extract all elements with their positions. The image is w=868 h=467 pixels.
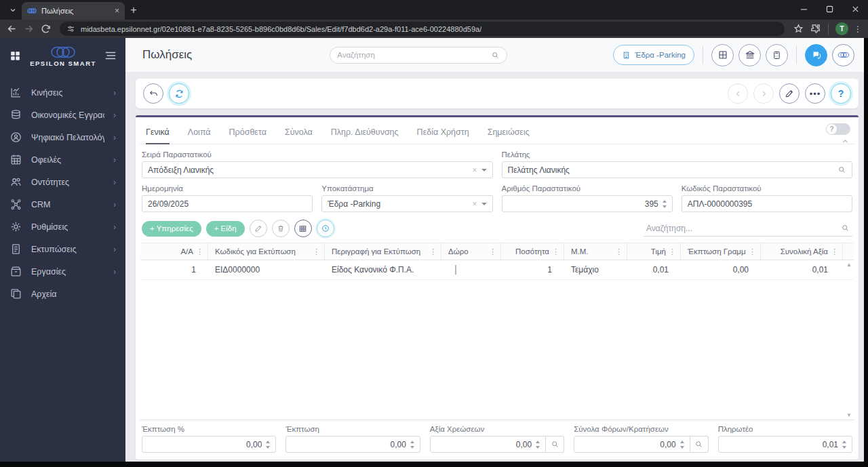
- tab-prostheta[interactable]: Πρόσθετα: [229, 127, 267, 144]
- site-settings-icon[interactable]: [66, 24, 75, 33]
- column-menu-icon[interactable]: ⋮: [429, 247, 437, 256]
- help-button[interactable]: ?: [831, 83, 851, 104]
- taxes-stepper[interactable]: 0,00: [574, 436, 690, 453]
- chat-button[interactable]: [805, 44, 827, 66]
- sidebar-item-ofeiles[interactable]: Οφειλές ›: [0, 148, 125, 171]
- history-button[interactable]: [317, 220, 334, 237]
- edit-button[interactable]: [779, 83, 800, 104]
- branch-selector-button[interactable]: Έδρα -Parking: [613, 45, 694, 65]
- clear-icon[interactable]: ×: [472, 166, 477, 174]
- column-menu-icon[interactable]: ⋮: [615, 247, 623, 256]
- delete-line-button[interactable]: [272, 220, 290, 237]
- profile-avatar[interactable]: T: [835, 22, 848, 35]
- sidebar-item-crm[interactable]: CRM ›: [0, 193, 125, 216]
- column-header-aa[interactable]: Α/Α⋮: [140, 243, 208, 260]
- column-header-unit[interactable]: Μ.Μ.⋮: [564, 243, 627, 260]
- apps-grid-icon[interactable]: [9, 49, 22, 62]
- bookmark-star-icon[interactable]: [793, 23, 804, 35]
- tab-close-icon[interactable]: ×: [115, 7, 119, 15]
- spinner[interactable]: [536, 441, 540, 449]
- column-header-gift[interactable]: Δώρο⋮: [441, 243, 501, 260]
- window-restore-button[interactable]: [816, 0, 842, 18]
- new-tab-button[interactable]: +: [125, 1, 142, 19]
- company-button[interactable]: [738, 44, 761, 66]
- sidebar-item-psifiako-pelatologio[interactable]: Ψηφιακό Πελατολόγιο ›: [0, 126, 125, 148]
- sidebar-item-rythmiseis[interactable]: Ρυθμίσεις ›: [0, 216, 125, 238]
- spinner[interactable]: [266, 441, 270, 449]
- column-menu-icon[interactable]: ⋮: [749, 247, 756, 256]
- browser-tab[interactable]: Πωλήσεις ×: [22, 2, 125, 20]
- browser-reload-button[interactable]: [40, 23, 52, 35]
- epsilon-account-button[interactable]: [832, 44, 854, 66]
- search-icon[interactable]: [841, 224, 850, 232]
- menu-toggle-icon[interactable]: [104, 51, 117, 60]
- tab-synola[interactable]: Σύνολα: [285, 127, 313, 144]
- edit-line-button[interactable]: [250, 220, 267, 237]
- sidebar-item-ontotites[interactable]: Οντότητες ›: [0, 171, 125, 193]
- grid-scrollbar[interactable]: ▲ ▼: [844, 262, 854, 418]
- taxes-lookup-button[interactable]: [690, 436, 709, 453]
- column-header-code[interactable]: Κωδικός για Εκτύπωση⋮: [208, 243, 325, 260]
- calculator-button[interactable]: [766, 44, 788, 66]
- column-menu-icon[interactable]: ⋮: [552, 247, 559, 256]
- column-header-total[interactable]: Συνολική Αξία⋮: [761, 243, 843, 260]
- collapse-panel-icon[interactable]: [841, 137, 850, 146]
- sidebar-item-ergasies[interactable]: Εργασίες ›: [0, 260, 125, 283]
- more-actions-button[interactable]: •••: [805, 83, 825, 104]
- browser-forward-button[interactable]: [23, 23, 35, 35]
- payable-stepper[interactable]: 0,01: [718, 436, 852, 453]
- gift-checkbox[interactable]: [455, 265, 456, 275]
- column-header-line-discount[interactable]: Έκπτωση Γραμμή...⋮: [681, 243, 761, 260]
- add-items-button[interactable]: + Είδη: [206, 221, 245, 237]
- next-record-button[interactable]: [753, 83, 774, 104]
- previous-record-button[interactable]: [728, 83, 748, 104]
- global-search-input[interactable]: [337, 51, 487, 59]
- charges-stepper[interactable]: 0,00: [430, 436, 546, 453]
- add-services-button[interactable]: + Υπηρεσίες: [142, 221, 201, 237]
- tab-search-button[interactable]: [4, 3, 22, 18]
- tab-genika[interactable]: Γενικά: [146, 127, 170, 144]
- browser-back-button[interactable]: [6, 23, 18, 35]
- column-menu-icon[interactable]: ⋮: [669, 247, 676, 256]
- charges-lookup-button[interactable]: [546, 436, 564, 453]
- search-icon[interactable]: [491, 51, 500, 60]
- browser-menu-icon[interactable]: ⋮: [854, 24, 862, 34]
- tab-plir-dieythinsis[interactable]: Πληρ. Διεύθυνσης: [331, 127, 399, 144]
- chevron-down-icon[interactable]: [481, 169, 487, 171]
- tab-pedia-xristi[interactable]: Πεδία Χρήστη: [417, 127, 469, 144]
- column-menu-icon[interactable]: ⋮: [831, 247, 838, 256]
- doc-code-input[interactable]: ΑΠΛ-0000000395: [682, 195, 852, 212]
- column-menu-icon[interactable]: ⋮: [489, 247, 496, 256]
- customer-lookup[interactable]: Πελάτης Λιανικής: [502, 161, 853, 178]
- column-menu-icon[interactable]: ⋮: [196, 247, 203, 256]
- grid-view-button[interactable]: [294, 220, 312, 237]
- column-header-quantity[interactable]: Ποσότητα⋮: [501, 243, 564, 260]
- column-header-price[interactable]: Τιμή⋮: [627, 243, 681, 260]
- tab-loipa[interactable]: Λοιπά: [188, 127, 211, 144]
- series-combobox[interactable]: Απόδειξη Λιανικής ×: [142, 161, 493, 178]
- clear-icon[interactable]: ×: [472, 200, 477, 208]
- sidebar-item-arxeia[interactable]: Αρχεία: [0, 283, 125, 305]
- window-close-button[interactable]: [842, 0, 868, 18]
- extensions-icon[interactable]: [810, 23, 821, 35]
- column-menu-icon[interactable]: ⋮: [313, 247, 320, 256]
- branch-combobox[interactable]: Έδρα -Parking ×: [321, 195, 492, 212]
- back-button[interactable]: [143, 83, 163, 104]
- doc-number-stepper[interactable]: 395: [502, 195, 673, 212]
- table-row[interactable]: 1 ΕΙΔ0000000 Είδος Κανονικό Φ.Π.Α. 1 Τεμ…: [140, 260, 854, 280]
- spinner[interactable]: [680, 441, 684, 449]
- spinner[interactable]: [410, 441, 414, 449]
- spinner[interactable]: [842, 441, 846, 449]
- sidebar-item-ektyposeis[interactable]: Εκτυπώσεις ›: [0, 238, 125, 260]
- help-toggle[interactable]: ?: [826, 123, 850, 135]
- address-bar[interactable]: midasbeta.epsilonnet.gr/02e10881-e7a8-82…: [60, 22, 785, 36]
- sidebar-item-oikonomikes-eggrafes[interactable]: Οικονομικές Εγγραφές ›: [0, 104, 125, 126]
- spin-up-icon[interactable]: [663, 200, 667, 203]
- search-icon[interactable]: [837, 165, 846, 174]
- window-minimize-button[interactable]: [791, 0, 816, 18]
- spinner[interactable]: [663, 200, 667, 208]
- lines-search-input[interactable]: [646, 224, 837, 233]
- tab-simeioseis[interactable]: Σημειώσεις: [488, 127, 530, 144]
- discount-stepper[interactable]: 0,00: [285, 436, 420, 453]
- refresh-button[interactable]: [169, 83, 189, 104]
